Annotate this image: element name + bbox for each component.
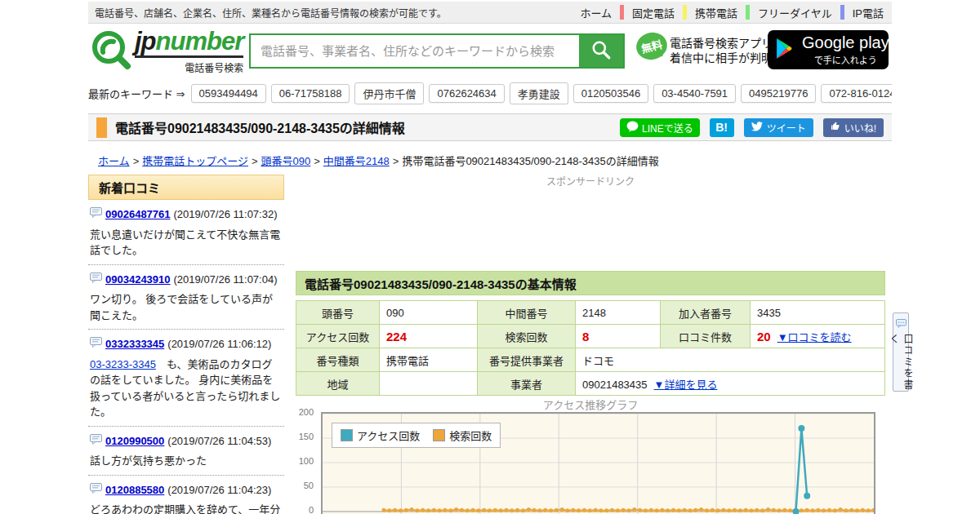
hatena-bookmark-button[interactable]: B! [710,118,734,137]
keyword-chip[interactable]: 孝勇建設 [510,82,568,104]
share-buttons: LINEで送る B! ツイート いいね! [620,118,884,137]
breadcrumb-current: 携帯電話番号09021483435/090-2148-3435の詳細情報 [402,155,658,167]
nav-ip-phone[interactable]: IP電話 [844,2,892,23]
basic-info-label: 中間番号 [478,301,576,325]
latest-keywords: 最新のキーワード ⇒ 0593494494 06-71758188 伊丹市千僧 … [88,82,892,104]
basic-info-label: 番号種類 [296,348,380,372]
twitter-bird-icon [751,122,763,134]
keyword-chip[interactable]: 072-816-0124 [821,84,892,103]
review-date: (2019/07/26 11:06:12) [167,336,271,352]
review-text: 荒い息遣いだけが聞こえて不快な無言電話でした。 [90,227,283,259]
basic-info-value: 2148 [576,301,661,325]
page-title: 電話番号09021483435/090-2148-3435の詳細情報 [115,117,620,137]
review-text: ワン切り。 後ろで会話をしている声が聞こえた。 [90,291,283,323]
write-review-button[interactable]: 口コミを書く [893,312,909,392]
top-nav: ホーム 固定電話 携帯電話 フリーダイヤル IP電話 [572,2,892,23]
search-button[interactable] [579,35,623,67]
keyword-chip[interactable]: 伊丹市千僧 [354,82,424,104]
review-date: (2019/07/26 11:07:32) [174,206,278,223]
basic-info-table: 頭番号 090 中間番号 2148 加入者番号 3435 アクセス回数 224 … [296,300,885,396]
review-item: 09026487761 (2019/07/26 11:07:32) 荒い息遣いだ… [88,200,284,265]
basic-info-value [380,372,478,396]
basic-info-section: 電話番号09021483435/090-2148-3435の基本情報 頭番号 0… [296,271,885,396]
review-number-link[interactable]: 0332333345 [105,336,164,352]
keyword-chip[interactable]: 0593494494 [191,84,266,103]
chart-legend: アクセス回数 検索回数 [332,423,501,448]
app-promo-text: 電話番号検索アプリ 着信中に相手が判明 [670,36,773,66]
review-count-value: 20▼口コミを読む [751,325,885,348]
nav-home[interactable]: ホーム [572,2,620,23]
breadcrumb: ホーム>携帯電話トップページ>頭番号090>中間番号2148>携帯電話番号090… [98,153,885,168]
legend-swatch-access [341,429,353,441]
review-date: (2019/07/26 11:04:23) [167,482,271,498]
keyword-chip[interactable]: 0120503546 [573,84,648,103]
breadcrumb-middle-2148[interactable]: 中間番号2148 [323,155,390,167]
breadcrumb-prefix-090[interactable]: 頭番号090 [261,155,311,167]
review-number-link[interactable]: 09026487761 [105,206,171,223]
review-item: 0332333345 (2019/07/26 11:06:12) 03-3233… [88,330,284,427]
read-reviews-link[interactable]: ▼口コミを読む [777,331,852,343]
page-title-bar: 電話番号09021483435/090-2148-3435の詳細情報 LINEで… [88,113,892,141]
basic-info-label: 地域 [296,372,380,396]
legend-label: アクセス回数 [357,428,420,443]
basic-info-value: 090 [380,301,478,325]
comment-bubble-icon [90,206,102,223]
review-date: (2019/07/26 11:04:53) [167,433,271,450]
page: 電話番号、店舗名、企業名、住所、業種名から電話番号情報の検索が可能です。 ホーム… [0,0,980,514]
basic-info-label: 事業者 [478,372,576,396]
review-inline-link[interactable]: 03-3233-3345 [90,358,156,370]
chart-y-axis: 050100150200 [286,412,317,514]
logo-subtitle: 電話番号検索 [135,60,243,74]
review-item: 0120885580 (2019/07/26 11:04:23) どろあわわの定… [88,476,284,514]
nav-landline[interactable]: 固定電話 [624,2,683,23]
nav-mobile[interactable]: 携帯電話 [687,2,746,23]
basic-info-label: 番号提供事業者 [478,348,576,372]
basic-info-label: 検索回数 [478,325,576,348]
search-count-value: 8 [576,325,661,348]
google-play-subtitle: で手に入れよう [814,53,877,66]
review-number-link[interactable]: 0120885580 [105,482,164,498]
comment-bubble-icon [90,433,102,450]
write-comment-icon [896,317,906,331]
access-trend-chart: アクセス回数 検索回数 [321,412,875,514]
jpnumber-logo[interactable]: jpnumber 電話番号検索 [90,29,243,74]
basic-info-label: 頭番号 [296,301,380,325]
google-play-badge[interactable]: Google play で手に入れよう [768,30,889,69]
basic-info-title: 電話番号09021483435/090-2148-3435の基本情報 [296,271,885,295]
facebook-like-button[interactable]: いいね! [823,118,884,137]
keyword-chip[interactable]: 0495219776 [741,84,816,103]
legend-swatch-search [433,429,445,441]
tweet-button[interactable]: ツイート [744,118,813,137]
review-date: (2019/07/26 11:07:04) [174,272,278,288]
keyword-chip[interactable]: 0762624634 [429,84,504,103]
breadcrumb-mobile-top[interactable]: 携帯電話トップページ [142,155,248,167]
title-accent-block [96,117,107,138]
keywords-label: 最新のキーワード ⇒ [88,86,185,101]
search-input[interactable] [251,35,579,67]
comment-bubble-icon [90,272,102,288]
thumbs-up-icon [831,122,840,134]
google-play-icon [775,38,795,63]
line-share-button[interactable]: LINEで送る [620,118,700,137]
google-play-title: Google play [802,34,889,51]
operator-value: 09021483435▼詳細を見る [576,372,885,396]
review-number-link[interactable]: 09034243910 [105,272,171,288]
basic-info-label: アクセス回数 [296,325,380,348]
logo-wordmark: jpnumber [135,29,243,58]
breadcrumb-home[interactable]: ホーム [98,155,130,167]
keyword-chip[interactable]: 06-71758188 [271,84,350,103]
review-text: 話し方が気持ち悪かった [90,453,283,469]
review-text: どろあわわの定期購入を辞めて、一年分の購入を勧められたのでまとめて買って終わりか… [90,502,283,514]
new-reviews-sidebar: 新着口コミ 09026487761 (2019/07/26 11:07:32) … [88,175,284,514]
review-item: 0120990500 (2019/07/26 11:04:53) 話し方が気持ち… [88,427,284,476]
review-number-link[interactable]: 0120990500 [105,433,164,450]
nav-freedial[interactable]: フリーダイヤル [750,2,840,23]
sponsored-link-label: スポンサードリンク [296,174,885,188]
access-count-value: 224 [380,325,478,348]
basic-info-label: 口コミ件数 [661,325,751,348]
view-details-link[interactable]: ▼詳細を見る [654,379,718,391]
basic-info-label: 加入者番号 [661,301,751,325]
basic-info-value: ドコモ [576,348,885,372]
chart-title: アクセス推移グラフ [296,397,885,412]
keyword-chip[interactable]: 03-4540-7591 [653,84,736,103]
